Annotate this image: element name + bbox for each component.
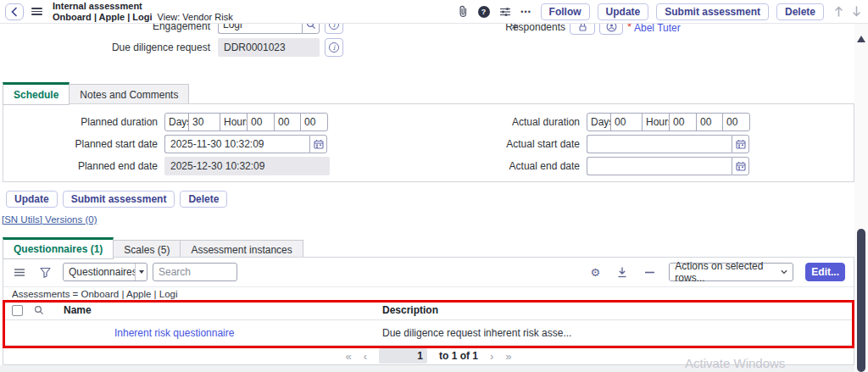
form-tabs: Schedule Notes and Comments [3,82,189,105]
column-header-description[interactable]: Description [382,304,438,316]
pagination-range-text: to 1 of 1 [439,350,478,362]
scrollbar-thumb[interactable] [857,229,865,372]
edit-button[interactable]: Edit... [805,263,845,281]
actions-on-selected-rows-select[interactable]: Actions on selected rows... [669,263,793,281]
tab-questionnaires[interactable]: Questionnaires (1) [3,237,114,259]
table-row[interactable]: Inherent risk questionnaire Due diligenc… [3,320,854,346]
submit-assessment-button[interactable]: Submit assessment [656,3,769,20]
scroll-indicator-icon [857,36,865,42]
search-icon [34,305,44,315]
tab-notes-and-comments[interactable]: Notes and Comments [70,84,189,105]
delete-button[interactable]: Delete [776,3,824,20]
list-filter-button[interactable] [37,264,53,280]
actual-duration-days-input[interactable]: 00 [610,113,643,131]
actual-end-date-field [587,157,749,175]
update-button[interactable]: Update [598,3,649,20]
list-breadcrumb[interactable]: Assessments = Onboard | Apple | Logi [3,286,854,301]
planned-start-date-field [164,135,327,153]
due-diligence-request-value: DDR0001023 [218,38,320,57]
due-diligence-request-info-button[interactable]: i [325,38,343,57]
calendar-icon [736,139,746,149]
follow-button[interactable]: Follow [541,3,590,20]
hours-label: Hours [220,113,248,131]
actual-duration-label: Actual duration [436,116,580,128]
actual-duration-seconds-input[interactable]: 00 [722,113,750,131]
search-column-select[interactable]: Questionnaires Nam [63,263,147,281]
due-diligence-request-label: Due diligence request [83,42,210,53]
questionnaires-list-panel: Questionnaires Nam ⚙ Actions on selected… [3,257,854,365]
days-label: Days [164,113,189,131]
calendar-icon [736,161,746,171]
record-name: Onboard | Apple | Logi [53,12,153,22]
info-icon: i [329,42,339,53]
minus-icon [645,271,654,274]
previous-record-arrow-icon[interactable] [834,6,843,17]
calendar-icon [314,139,324,149]
planned-duration-days-input[interactable]: 30 [188,113,220,131]
days-label: Days [587,113,611,131]
help-button[interactable]: ? [477,5,491,19]
current-row-input[interactable]: 1 [379,348,427,364]
last-page-button[interactable]: » [505,350,511,363]
list-context-menu-button[interactable] [12,264,27,280]
planned-duration-minutes-input[interactable]: 00 [274,113,301,131]
planned-duration-label: Planned duration [10,116,158,128]
actual-end-date-calendar-button[interactable] [732,157,749,175]
list-toolbar: Questionnaires Nam ⚙ Actions on selected… [3,258,854,286]
more-options-button[interactable]: ••• [520,5,533,19]
planned-start-date-calendar-button[interactable] [309,135,327,153]
planned-duration-field: Days 30 Hours 00 00 00 [164,113,328,131]
actual-start-date-calendar-button[interactable] [732,135,749,153]
column-header-name[interactable]: Name [64,304,92,316]
menu-icon [14,269,25,276]
page-title: Internal assessment [53,1,233,12]
chevron-down-icon [781,269,787,275]
search-column-value: Questionnaires Nam [64,266,135,278]
planned-start-date-input[interactable] [164,135,309,153]
submit-assessment-button-bottom[interactable]: Submit assessment [63,191,175,208]
questionnaire-name-link[interactable]: Inherent risk questionnaire [114,327,234,339]
list-personalize-button[interactable]: ⚙ [587,264,603,280]
respondents-value-link[interactable]: Abel Tuter [634,22,681,34]
form-action-buttons: Update Submit assessment Delete [6,191,227,208]
column-search-toggle-button[interactable] [31,303,47,318]
funnel-icon [40,267,51,278]
actual-start-date-input[interactable] [587,135,732,153]
attachment-button[interactable] [456,5,470,19]
select-all-checkbox[interactable] [12,305,23,316]
actual-start-date-label: Actual start date [436,138,580,150]
list-search-input[interactable] [153,263,237,281]
back-button[interactable] [5,3,24,20]
table-header-row: Name Description [3,301,854,320]
paperclip-icon [457,5,469,18]
form-context-menu-button[interactable] [31,8,42,15]
chevron-left-icon [11,7,18,17]
actual-start-date-field [587,135,749,153]
list-export-button[interactable] [615,264,630,280]
list-collapse-button[interactable] [642,264,657,280]
first-page-button[interactable]: « [345,350,351,363]
view-label: View: Vendor Risk [158,12,233,22]
actual-end-date-input[interactable] [587,157,732,175]
update-button-bottom[interactable]: Update [6,191,58,208]
delete-button-bottom[interactable]: Delete [180,191,227,208]
sn-utils-versions-link[interactable]: [SN Utils] Versions (0) [2,214,97,225]
next-page-button[interactable]: › [490,350,493,363]
help-icon: ? [478,6,490,18]
next-record-arrow-icon[interactable] [852,6,861,17]
actual-duration-hours-input[interactable]: 00 [669,113,697,131]
personalize-form-button[interactable] [498,5,512,19]
planned-duration-seconds-input[interactable]: 00 [300,113,328,131]
previous-page-button[interactable]: ‹ [364,350,367,363]
actions-select-value: Actions on selected rows... [675,260,781,284]
form-header-bar: Internal assessment Onboard | Apple | Lo… [0,0,868,24]
tab-schedule[interactable]: Schedule [3,82,70,105]
actual-duration-minutes-input[interactable]: 00 [696,113,723,131]
actual-duration-field: Days 00 Hours 00 00 00 [587,113,750,131]
planned-duration-hours-input[interactable]: 00 [247,113,275,131]
sliders-icon [499,7,511,17]
vertical-scrollbar[interactable] [854,24,868,372]
gear-icon: ⚙ [591,266,601,279]
planned-end-date-value: 2025-12-30 10:32:09 [164,157,330,175]
record-title-block: Internal assessment Onboard | Apple | Lo… [53,1,233,22]
